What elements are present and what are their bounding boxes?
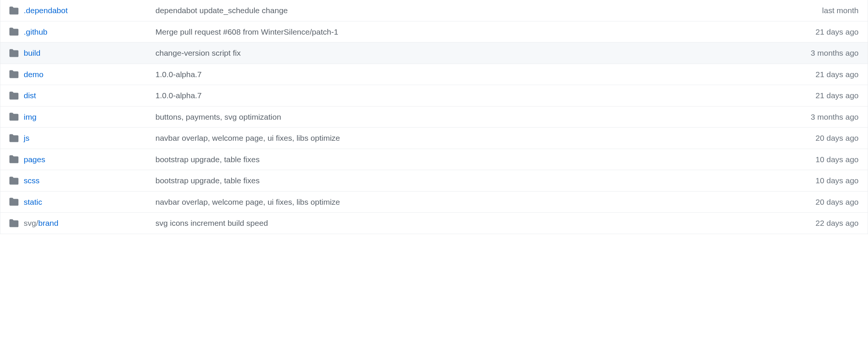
file-row[interactable]: svg/brandsvg icons increment build speed…	[0, 213, 868, 234]
file-name-link[interactable]: build	[24, 49, 40, 57]
folder-icon	[9, 134, 18, 143]
commit-message[interactable]: bootstrap upgrade, table fixes	[155, 154, 776, 166]
commit-time: 10 days ago	[776, 154, 859, 166]
file-name-link[interactable]: pages	[24, 155, 45, 164]
file-row[interactable]: scssbootstrap upgrade, table fixes10 day…	[0, 170, 868, 192]
folder-icon	[9, 6, 18, 15]
file-name-link[interactable]: scss	[24, 176, 40, 185]
commit-message[interactable]: Merge pull request #608 from WinterSilen…	[155, 26, 776, 38]
commit-time: 3 months ago	[776, 47, 859, 59]
commit-time: 3 months ago	[776, 111, 859, 123]
commit-time: 22 days ago	[776, 217, 859, 229]
file-path-prefix: svg/	[24, 219, 38, 227]
folder-icon	[9, 70, 18, 79]
file-name-cell: build	[24, 47, 155, 59]
file-name-cell: svg/brand	[24, 217, 155, 229]
file-name-link[interactable]: .github	[24, 27, 47, 36]
commit-time: 20 days ago	[776, 196, 859, 208]
commit-message[interactable]: 1.0.0-alpha.7	[155, 90, 776, 102]
folder-icon	[9, 155, 18, 164]
file-name-cell: static	[24, 196, 155, 208]
file-name-link[interactable]: js	[24, 134, 29, 142]
file-row[interactable]: pagesbootstrap upgrade, table fixes10 da…	[0, 149, 868, 170]
file-row[interactable]: .githubMerge pull request #608 from Wint…	[0, 21, 868, 43]
file-name-cell: scss	[24, 175, 155, 187]
file-row[interactable]: jsnavbar overlap, welcome page, ui fixes…	[0, 128, 868, 149]
commit-time: last month	[776, 5, 859, 17]
commit-time: 20 days ago	[776, 132, 859, 144]
commit-time: 21 days ago	[776, 90, 859, 102]
file-name-cell: .dependabot	[24, 5, 155, 17]
file-row[interactable]: buildchange-version script fix3 months a…	[0, 43, 868, 64]
file-name-link[interactable]: .dependabot	[24, 6, 68, 15]
commit-message[interactable]: navbar overlap, welcome page, ui fixes, …	[155, 196, 776, 208]
folder-icon	[9, 112, 18, 121]
commit-message[interactable]: 1.0.0-alpha.7	[155, 68, 776, 81]
file-row[interactable]: imgbuttons, payments, svg optimization3 …	[0, 107, 868, 128]
file-row[interactable]: dist1.0.0-alpha.721 days ago	[0, 85, 868, 107]
file-list: .dependabotdependabot update_schedule ch…	[0, 0, 868, 234]
file-row[interactable]: demo1.0.0-alpha.721 days ago	[0, 64, 868, 85]
file-row[interactable]: .dependabotdependabot update_schedule ch…	[0, 0, 868, 21]
file-name-cell: dist	[24, 90, 155, 102]
commit-time: 21 days ago	[776, 26, 859, 38]
file-name-link[interactable]: brand	[38, 219, 59, 227]
commit-time: 10 days ago	[776, 175, 859, 187]
file-name-link[interactable]: static	[24, 198, 42, 206]
file-name-cell: demo	[24, 68, 155, 81]
file-name-link[interactable]: img	[24, 113, 37, 121]
folder-icon	[9, 219, 18, 228]
folder-icon	[9, 49, 18, 58]
file-name-cell: pages	[24, 154, 155, 166]
folder-icon	[9, 27, 18, 36]
file-name-link[interactable]: dist	[24, 91, 36, 100]
commit-message[interactable]: navbar overlap, welcome page, ui fixes, …	[155, 132, 776, 144]
file-name-cell: img	[24, 111, 155, 123]
commit-message[interactable]: svg icons increment build speed	[155, 217, 776, 229]
commit-message[interactable]: dependabot update_schedule change	[155, 5, 776, 17]
folder-icon	[9, 197, 18, 206]
folder-icon	[9, 91, 18, 100]
commit-message[interactable]: buttons, payments, svg optimization	[155, 111, 776, 123]
folder-icon	[9, 176, 18, 185]
file-name-cell: js	[24, 132, 155, 144]
file-name-link[interactable]: demo	[24, 70, 44, 79]
commit-message[interactable]: bootstrap upgrade, table fixes	[155, 175, 776, 187]
file-row[interactable]: staticnavbar overlap, welcome page, ui f…	[0, 192, 868, 213]
file-name-cell: .github	[24, 26, 155, 38]
commit-message[interactable]: change-version script fix	[155, 47, 776, 59]
commit-time: 21 days ago	[776, 68, 859, 81]
